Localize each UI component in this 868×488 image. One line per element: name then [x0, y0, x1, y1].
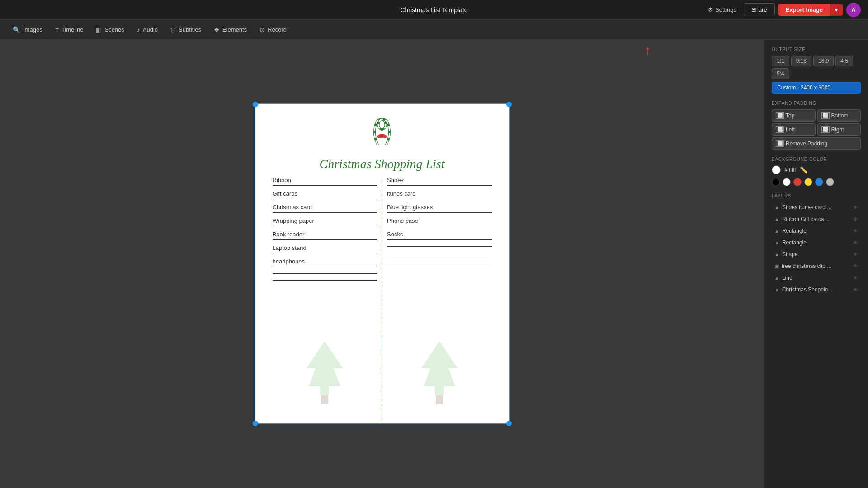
swatch-gray[interactable]: [826, 178, 834, 186]
padding-left-button[interactable]: ⬜ Left: [772, 123, 816, 136]
layer-name: Rectangle: [782, 239, 850, 246]
size-btn-1-1[interactable]: 1:1: [772, 56, 789, 66]
toolbar-item-subtitles[interactable]: ⊟ Subtitles: [165, 23, 207, 36]
list-item: Shoes: [387, 176, 492, 186]
toolbar-label-record: Record: [268, 26, 287, 33]
layer-name: Ribbon Gift cards ...: [782, 216, 850, 222]
swatch-white[interactable]: [783, 178, 791, 186]
item-text: [273, 271, 377, 272]
swatch-yellow[interactable]: [804, 178, 812, 186]
layer-shape-icon: ▲: [774, 275, 779, 281]
layer-item-christmas-clip[interactable]: ▣ free christmas clip ... 👁: [772, 261, 861, 272]
layer-item-line[interactable]: ▲ Line 👁: [772, 272, 861, 283]
toolbar-item-timeline[interactable]: ≡ Timeline: [50, 23, 89, 36]
output-size-section: OUTPUT SIZE 1:1 9:16 16:9 4:5 5:4 Custom…: [772, 47, 861, 94]
padding-bottom-button[interactable]: ⬜ Bottom: [817, 109, 861, 122]
color-preview[interactable]: [772, 165, 781, 174]
settings-button[interactable]: ⚙ Settings: [704, 5, 740, 15]
layer-visibility-icon[interactable]: 👁: [853, 240, 858, 245]
list-item: Gift cards: [273, 189, 377, 199]
toolbar-label-scenes: Scenes: [104, 26, 124, 33]
tree-bg-right: [417, 341, 462, 411]
item-text: [387, 250, 492, 252]
share-button[interactable]: Share: [744, 3, 775, 16]
padding-grid: ⬜ Top ⬜ Bottom ⬜ Left ⬜ Right: [772, 109, 861, 136]
toolbar-item-images[interactable]: 🔍 Images: [7, 23, 48, 36]
item-text: itunes card: [387, 189, 492, 198]
padding-top-button[interactable]: ⬜ Top: [772, 109, 816, 122]
layer-visibility-icon[interactable]: 👁: [853, 287, 858, 292]
remove-padding-button[interactable]: ⬜ Remove Padding: [772, 137, 861, 150]
color-swatches: [772, 178, 861, 186]
export-dropdown-button[interactable]: ▼: [830, 4, 843, 16]
right-panel: OUTPUT SIZE 1:1 9:16 16:9 4:5 5:4 Custom…: [764, 40, 868, 488]
layer-item-rectangle2[interactable]: ▲ Rectangle 👁: [772, 237, 861, 248]
toolbar-item-elements[interactable]: ❖ Elements: [208, 23, 252, 36]
topbar: placeholder Christmas List Template ⚙ Se…: [0, 0, 868, 20]
toolbar-label-audio: Audio: [143, 26, 158, 33]
toolbar-item-audio[interactable]: ♪ Audio: [132, 23, 163, 36]
layer-shape-icon: ▲: [774, 205, 779, 210]
svg-marker-3: [307, 341, 343, 395]
layer-item-shape[interactable]: ▲ Shape 👁: [772, 249, 861, 260]
list-item: Laptop stand: [273, 244, 377, 253]
item-line: [387, 199, 492, 199]
item-text: Book reader: [273, 230, 377, 239]
item-line: [273, 226, 377, 226]
item-text: Socks: [387, 230, 492, 239]
size-btn-4-5[interactable]: 4:5: [835, 56, 853, 66]
item-text: [387, 264, 492, 266]
candy-cane-decoration: [364, 113, 400, 154]
list-item: Blue light glasses: [387, 203, 492, 213]
layer-image-icon: ▣: [774, 263, 779, 269]
item-text: Laptop stand: [273, 244, 377, 252]
toolbar-item-record[interactable]: ⊙ Record: [254, 23, 292, 36]
list-item: [387, 244, 492, 247]
svg-rect-6: [436, 395, 443, 404]
padding-left-icon: ⬜: [776, 126, 784, 133]
item-text: Wrapping paper: [273, 216, 377, 225]
item-line: [273, 199, 377, 199]
layer-visibility-icon[interactable]: 👁: [853, 252, 858, 257]
item-text: [273, 277, 377, 279]
custom-size-button[interactable]: Custom - 2400 x 3000: [772, 82, 861, 94]
item-line: [387, 239, 492, 240]
list-item: [273, 271, 377, 274]
layer-visibility-icon[interactable]: 👁: [853, 228, 858, 234]
item-line: [387, 267, 492, 267]
layer-shape-icon: ▲: [774, 228, 779, 234]
swatch-blue[interactable]: [815, 178, 823, 186]
subtitles-icon: ⊟: [170, 26, 176, 33]
layer-shape-icon: ▲: [774, 240, 779, 245]
toolbar-item-scenes[interactable]: ▦ Scenes: [90, 23, 129, 36]
item-line: [387, 260, 492, 260]
swatch-black[interactable]: [772, 178, 780, 186]
canvas-area[interactable]: ↑: [0, 40, 764, 488]
layer-item-shoes-itunes[interactable]: ▲ Shoes itunes card ... 👁: [772, 202, 861, 213]
size-btn-9-16[interactable]: 9:16: [791, 56, 811, 66]
svg-point-2: [380, 134, 384, 138]
layers-list: ▲ Shoes itunes card ... 👁 ▲ Ribbon Gift …: [772, 202, 861, 295]
remove-padding-icon: ⬜: [776, 140, 784, 147]
layer-item-ribbon-gift[interactable]: ▲ Ribbon Gift cards ... 👁: [772, 214, 861, 225]
doc-header: Christmas Shopping List: [320, 113, 445, 176]
settings-label: Settings: [715, 6, 736, 13]
item-text: Gift cards: [273, 189, 377, 198]
layer-visibility-icon[interactable]: 👁: [853, 275, 858, 281]
canvas-frame: Christmas Shopping List Ribbo: [255, 103, 510, 424]
left-list: Ribbon Gift cards Christmas card Wrappin…: [273, 176, 377, 281]
size-btn-16-9[interactable]: 16:9: [813, 56, 834, 66]
eyedropper-icon[interactable]: ✏️: [800, 166, 807, 174]
padding-right-button[interactable]: ⬜ Right: [817, 123, 861, 136]
layer-item-rectangle1[interactable]: ▲ Rectangle 👁: [772, 225, 861, 236]
layer-visibility-icon[interactable]: 👁: [853, 205, 858, 210]
item-line: [273, 267, 377, 267]
layer-visibility-icon[interactable]: 👁: [853, 216, 858, 222]
size-btn-5-4[interactable]: 5:4: [772, 68, 789, 79]
swatch-red[interactable]: [793, 178, 802, 186]
toolbar-label-subtitles: Subtitles: [179, 26, 201, 33]
layer-visibility-icon[interactable]: 👁: [853, 263, 858, 269]
item-text: Phone case: [387, 216, 492, 225]
export-button[interactable]: Export Image: [778, 4, 830, 16]
layer-item-christmas-shoppin[interactable]: ▲ Christmas Shoppin... 👁: [772, 284, 861, 295]
